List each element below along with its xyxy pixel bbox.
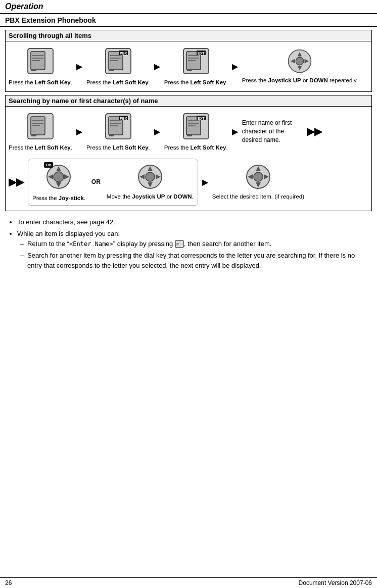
svg-text:PBX: PBX (120, 52, 127, 55)
row2-double-arrow: ▶▶ (9, 176, 24, 188)
svg-rect-30 (31, 134, 36, 136)
main-content: Scrolling through all items Press the Le… (0, 27, 377, 280)
select-item-option: Select the desired item. (if required) (212, 164, 304, 201)
svg-rect-36 (109, 134, 114, 136)
or-label: OR (91, 178, 101, 185)
scroll-step-1: Press the Left Soft Key. (9, 46, 72, 86)
arrow-2: ▶ (154, 62, 160, 71)
dash-item-1: Return to the “<Enter Name>” display by … (27, 239, 367, 249)
svg-rect-2 (31, 69, 36, 71)
svg-point-61 (146, 172, 155, 181)
scrolling-flow-row: Press the Left Soft Key. ▶ PBX (9, 46, 368, 86)
search-double-arrow: ▶▶ (307, 125, 322, 137)
page-footer: 26 Document Version 2007-06 (0, 577, 377, 588)
redial-button-icon: P (175, 240, 184, 248)
svg-point-67 (254, 172, 263, 181)
search-phone-ext-icon: EXT (181, 112, 211, 141)
page-title: Operation (5, 2, 372, 11)
search-step-2: PBX Press the Left Soft Key. (86, 112, 150, 152)
scroll-step-2-label: Press the Left Soft Key. (86, 79, 150, 86)
ok-joystick-label: Press the Joy-stick. (32, 194, 85, 202)
phone-ext-icon: EXT (181, 46, 211, 76)
searching-flow-row-2: ▶▶ (9, 159, 368, 206)
svg-text:P: P (176, 242, 179, 247)
arrow-1: ▶ (76, 62, 82, 71)
select-joystick-icon (245, 164, 271, 190)
ok-badge: OK (44, 162, 53, 168)
scroll-step-3-label: Press the Left Soft Key. (164, 79, 228, 86)
scroll-step-3: EXT Press the Left Soft Key. (164, 46, 228, 86)
svg-point-55 (54, 172, 64, 182)
dash-list: Return to the “<Enter Name>” display by … (17, 239, 367, 271)
bullet-2: While an item is displayed you can: Retu… (17, 229, 367, 270)
search-text-hint: Enter name or first character of the des… (242, 119, 303, 144)
svg-text:EXT: EXT (198, 52, 205, 55)
phone-book-icon (26, 46, 55, 76)
search-step-1-label: Press the Left Soft Key. (9, 144, 72, 152)
search-step-3-label: Press the Left Soft Key. (164, 144, 228, 152)
svg-rect-16 (187, 69, 192, 71)
searching-box-title: Searching by name or first character(s) … (6, 95, 371, 107)
search-hint-text: Enter name or first character of the des… (242, 119, 303, 144)
svg-point-27 (296, 57, 304, 65)
enter-name-code: <Enter Name> (69, 240, 113, 248)
bullet-1: To enter characters, see page 42. (17, 217, 367, 227)
search-phone-pbx-icon: PBX (104, 112, 133, 141)
searching-box: Searching by name or first character(s) … (5, 95, 372, 211)
scroll-step-4: Press the Joystick UP or DOWN repeatedly… (242, 48, 358, 84)
dash-item-2: Search for another item by pressing the … (27, 251, 367, 270)
option-group: OK Press the Joy-stick. OR (28, 159, 198, 206)
ok-joystick-option: OK Press the Joy-stick. (32, 162, 85, 202)
search-phone-book-icon (26, 112, 55, 141)
scroll-step-1-label: Press the Left Soft Key. (9, 79, 72, 86)
select-item-label: Select the desired item. (if required) (212, 193, 304, 201)
joystick-updown-label: Move the Joystick UP or DOWN. (107, 193, 194, 201)
scrolling-box-content: Press the Left Soft Key. ▶ PBX (6, 41, 371, 91)
search-step-3: EXT Press the Left Soft Key. (164, 112, 228, 152)
search-step-2-label: Press the Left Soft Key. (86, 144, 150, 152)
phone-pbx-icon: PBX (104, 46, 133, 76)
search-arrow-2: ▶ (154, 127, 160, 136)
search-step-1: Press the Left Soft Key. (9, 112, 72, 152)
scroll-step-2: PBX Press the Left Soft Key. (86, 46, 150, 86)
searching-flow-row-1: Press the Left Soft Key. ▶ PBX (9, 112, 368, 152)
svg-rect-8 (109, 69, 114, 71)
scroll-step-4-label: Press the Joystick UP or DOWN repeatedly… (242, 77, 358, 84)
svg-text:PBX: PBX (120, 117, 127, 120)
svg-rect-44 (187, 134, 192, 136)
svg-text:EXT: EXT (198, 117, 205, 120)
arrow-3: ▶ (232, 62, 238, 71)
searching-box-content: Press the Left Soft Key. ▶ PBX (6, 107, 371, 211)
search-arrow-1: ▶ (76, 127, 82, 136)
scrolling-box: Scrolling through all items Press the Le… (5, 30, 372, 92)
row2-arrow: ▶ (202, 177, 208, 187)
doc-version: Document Version 2007-06 (299, 579, 372, 586)
page-header: Operation (0, 0, 377, 14)
bullet-list: To enter characters, see page 42. While … (5, 214, 372, 276)
joystick-updown-option: Move the Joystick UP or DOWN. (107, 164, 194, 201)
scrolling-box-title: Scrolling through all items (6, 30, 371, 41)
joystick-icon (287, 48, 312, 74)
joystick-updown-icon (137, 164, 163, 190)
search-arrow-3: ▶ (232, 127, 238, 136)
page-number: 26 (5, 579, 12, 586)
section-title: PBX Extension Phonebook (0, 14, 377, 27)
